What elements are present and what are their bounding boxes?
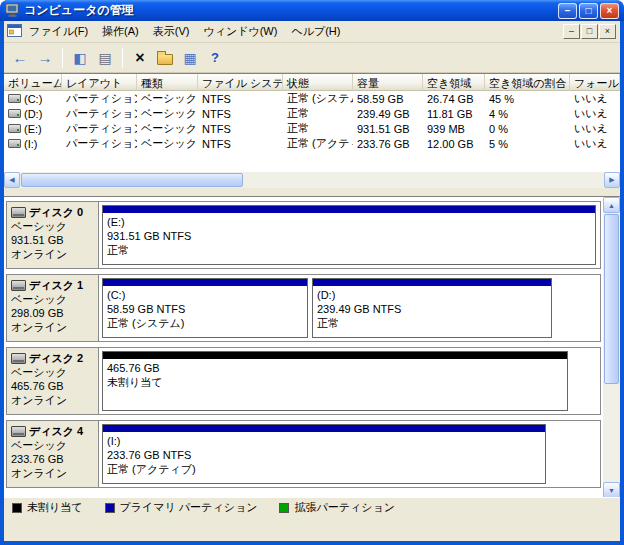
toolbar-properties-button[interactable]: ▤ xyxy=(93,46,117,69)
disk-type: ベーシック xyxy=(11,219,94,233)
cell-text: NTFS xyxy=(198,138,283,150)
menu-item-action[interactable]: 操作(A) xyxy=(95,21,146,42)
horizontal-scroll-thumb[interactable] xyxy=(21,173,243,187)
mdi-close-button[interactable]: × xyxy=(599,24,616,39)
scroll-down-arrow[interactable]: ▼ xyxy=(603,482,620,498)
toolbar-delete-button[interactable]: × xyxy=(128,46,152,69)
console-window-icon[interactable] xyxy=(7,24,22,39)
disk-name: ディスク 2 xyxy=(11,351,94,365)
column-header-type[interactable]: 種類 xyxy=(137,74,198,91)
volume-row-d[interactable]: (D:) パーティション ベーシック NTFS 正常 239.49 GB 11.… xyxy=(4,106,620,121)
partition-info: 58.59 GB NTFS xyxy=(107,302,303,316)
scroll-up-arrow[interactable]: ▲ xyxy=(603,197,620,213)
back-icon: ← xyxy=(13,49,28,66)
toolbar: ← → ◧ ▤ × ▦ ? xyxy=(4,43,620,73)
menu-item-view[interactable]: 表示(V) xyxy=(146,21,197,42)
cell-text: (D:) xyxy=(24,108,42,120)
menu-item-window[interactable]: ウィンドウ(W) xyxy=(196,21,284,42)
toolbar-forward-button[interactable]: → xyxy=(33,46,57,69)
toolbar-back-button[interactable]: ← xyxy=(8,46,32,69)
pane-splitter[interactable] xyxy=(4,188,620,196)
volume-list-pane: ボリューム レイアウト 種類 ファイル システム 状態 容量 空き領域 空き領域… xyxy=(4,73,620,172)
partition-status: 正常 (システム) xyxy=(107,316,303,330)
toolbar-help-button[interactable]: ? xyxy=(203,46,227,69)
close-button[interactable]: × xyxy=(600,3,619,19)
cell-text: NTFS xyxy=(198,123,283,135)
volume-cell: (D:) xyxy=(4,108,62,120)
partition-text: (D:) 239.49 GB NTFS 正常 xyxy=(313,286,551,332)
unallocated-region[interactable]: 465.76 GB 未割り当て xyxy=(102,351,568,411)
partition-e[interactable]: (E:) 931.51 GB NTFS 正常 xyxy=(102,205,596,265)
horizontal-scrollbar[interactable]: ◀ ▶ xyxy=(4,172,620,188)
cell-text: 正常 (アクティブ) xyxy=(283,136,353,151)
cell-text: (C:) xyxy=(24,93,42,105)
disk-name-text: ディスク 0 xyxy=(29,205,83,219)
column-header-layout[interactable]: レイアウト xyxy=(62,74,137,91)
volume-row-i[interactable]: (I:) パーティション ベーシック NTFS 正常 (アクティブ) 233.7… xyxy=(4,136,620,151)
partition-label: (C:) xyxy=(107,288,303,302)
partition-c[interactable]: (C:) 58.59 GB NTFS 正常 (システム) xyxy=(102,278,308,338)
cell-text: 26.74 GB xyxy=(423,93,485,105)
cell-text: 正常 xyxy=(283,106,353,121)
menubar: ファイル(F) 操作(A) 表示(V) ウィンドウ(W) ヘルプ(H) – □ … xyxy=(4,21,620,43)
partition-text: (E:) 931.51 GB NTFS 正常 xyxy=(103,213,595,259)
toolbar-views-button[interactable]: ▦ xyxy=(178,46,202,69)
mdi-minimize-button[interactable]: – xyxy=(563,24,580,39)
column-header-volume[interactable]: ボリューム xyxy=(4,74,62,91)
column-header-status[interactable]: 状態 xyxy=(283,74,353,91)
partition-d[interactable]: (D:) 239.49 GB NTFS 正常 xyxy=(312,278,552,338)
disk-2-info[interactable]: ディスク 2 ベーシック 465.76 GB オンライン xyxy=(7,348,99,414)
delete-icon: × xyxy=(135,49,144,67)
disk-name: ディスク 0 xyxy=(11,205,94,219)
volume-cell: (C:) xyxy=(4,93,62,105)
toolbar-open-button[interactable] xyxy=(153,46,177,69)
menu-item-file[interactable]: ファイル(F) xyxy=(22,21,95,42)
forward-icon: → xyxy=(38,49,53,66)
disk-0-info[interactable]: ディスク 0 ベーシック 931.51 GB オンライン xyxy=(7,202,99,268)
partition-area: 465.76 GB 未割り当て xyxy=(99,348,600,414)
disk-status: オンライン xyxy=(11,247,94,261)
column-header-freespace[interactable]: 空き領域 xyxy=(423,74,485,91)
cell-text: ベーシック xyxy=(137,106,198,121)
cell-text: NTFS xyxy=(198,108,283,120)
computer-management-window: コンピュータの管理 – □ × ファイル(F) 操作(A) 表示(V) ウィンド… xyxy=(0,0,624,545)
column-header-fault[interactable]: フォール xyxy=(570,74,620,91)
toolbar-console-tree-button[interactable]: ◧ xyxy=(68,46,92,69)
scroll-right-arrow[interactable]: ▶ xyxy=(604,172,620,188)
vertical-scroll-thumb[interactable] xyxy=(604,214,619,384)
mdi-restore-button[interactable]: □ xyxy=(581,24,598,39)
disk-size: 298.09 GB xyxy=(11,306,94,320)
maximize-button[interactable]: □ xyxy=(579,3,598,19)
vertical-scrollbar[interactable]: ▲ ▼ xyxy=(603,197,620,498)
volume-row-e[interactable]: (E:) パーティション ベーシック NTFS 正常 931.51 GB 939… xyxy=(4,121,620,136)
column-header-filesystem[interactable]: ファイル システム xyxy=(198,74,283,91)
disk-graphical-pane: ディスク 0 ベーシック 931.51 GB オンライン (E:) 931.51… xyxy=(4,196,620,497)
drive-icon xyxy=(8,139,21,148)
cell-text: NTFS xyxy=(198,93,283,105)
partition-area: (C:) 58.59 GB NTFS 正常 (システム) (D:) 239.49… xyxy=(99,275,600,341)
scroll-left-arrow[interactable]: ◀ xyxy=(4,172,20,188)
disk-type: ベーシック xyxy=(11,365,94,379)
open-folder-icon xyxy=(157,54,173,65)
menu-item-help[interactable]: ヘルプ(H) xyxy=(284,21,347,42)
partition-area: (E:) 931.51 GB NTFS 正常 xyxy=(99,202,600,268)
column-header-capacity[interactable]: 容量 xyxy=(353,74,423,91)
disk-name: ディスク 1 xyxy=(11,278,94,292)
disk-row-1: ディスク 1 ベーシック 298.09 GB オンライン (C:) 58.59 … xyxy=(6,274,601,342)
disk-4-info[interactable]: ディスク 4 ベーシック 233.76 GB オンライン xyxy=(7,421,99,487)
partition-label: 465.76 GB xyxy=(107,361,563,375)
app-icon[interactable] xyxy=(5,3,20,19)
partition-i[interactable]: (I:) 233.76 GB NTFS 正常 (アクティブ) xyxy=(102,424,546,484)
titlebar[interactable]: コンピュータの管理 – □ × xyxy=(0,0,624,21)
disk-rows: ディスク 0 ベーシック 931.51 GB オンライン (E:) 931.51… xyxy=(4,197,603,498)
disk-size: 931.51 GB xyxy=(11,233,94,247)
disk-1-info[interactable]: ディスク 1 ベーシック 298.09 GB オンライン xyxy=(7,275,99,341)
column-header-freepct[interactable]: 空き領域の割合 xyxy=(485,74,570,91)
partition-label: (I:) xyxy=(107,434,541,448)
volume-cell: (I:) xyxy=(4,138,62,150)
minimize-button[interactable]: – xyxy=(558,3,577,19)
legend-color-extended xyxy=(279,503,289,513)
cell-text: 45 % xyxy=(485,93,570,105)
volume-row-c[interactable]: (C:) パーティション ベーシック NTFS 正常 (システム) 58.59 … xyxy=(4,91,620,106)
volume-list-header: ボリューム レイアウト 種類 ファイル システム 状態 容量 空き領域 空き領域… xyxy=(4,74,620,91)
